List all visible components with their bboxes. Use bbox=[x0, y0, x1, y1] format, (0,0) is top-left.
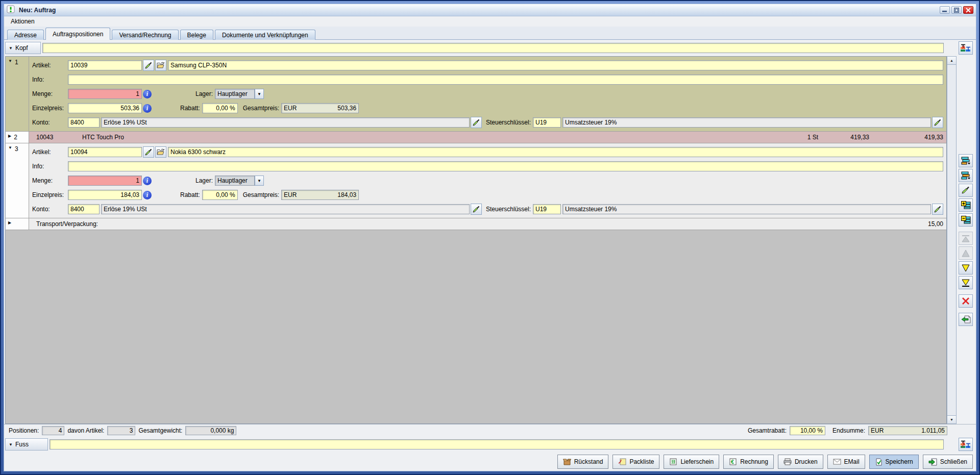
pick-artikel-button[interactable] bbox=[143, 146, 154, 158]
fuss-section-header[interactable]: ▼ Fuss bbox=[5, 438, 48, 451]
menge-field[interactable]: 1 bbox=[68, 176, 142, 186]
email-button[interactable]: EMail bbox=[827, 455, 865, 469]
move-last-icon bbox=[961, 279, 970, 287]
info-field[interactable] bbox=[68, 161, 943, 171]
konto-field[interactable]: 8400 bbox=[68, 204, 100, 214]
schliessen-button[interactable]: Schließen bbox=[923, 455, 973, 469]
position-row-2[interactable]: ▶ 2 10043 HTC Touch Pro 1 St 419,33 419,… bbox=[6, 132, 946, 143]
application-window: Neu: Auftrag Aktionen Adresse Auftragspo… bbox=[4, 4, 976, 471]
scroll-down-button[interactable]: ▼ bbox=[947, 415, 957, 424]
kopf-text-field[interactable] bbox=[42, 43, 944, 53]
tab-auftragspositionen[interactable]: Auftragspositionen bbox=[45, 28, 110, 40]
footer-button-bar: Rückstand Packliste Lieferschein € Rechn… bbox=[4, 453, 976, 471]
close-button[interactable] bbox=[963, 6, 973, 14]
pick-konto-button[interactable] bbox=[471, 117, 482, 128]
einzelpreis-field[interactable]: 184,03 bbox=[68, 190, 142, 200]
revert-button[interactable] bbox=[959, 313, 973, 326]
tab-adresse[interactable]: Adresse bbox=[7, 30, 44, 40]
steuerschluessel-label: Steuerschlüssel: bbox=[486, 206, 531, 213]
move-down-button[interactable] bbox=[959, 261, 973, 274]
kopf-textblocks-button[interactable] bbox=[959, 41, 973, 55]
collapse-triangle-icon[interactable]: ▼ bbox=[8, 59, 12, 63]
pick-steuer-button[interactable] bbox=[932, 204, 943, 215]
artikel-name-field[interactable]: Samsung CLP-350N bbox=[168, 60, 943, 70]
expand-all-button[interactable] bbox=[959, 198, 973, 212]
rueckstand-button[interactable]: Rückstand bbox=[557, 455, 609, 469]
position-row-3[interactable]: ▼ 3 Artikel: 10094 Nokia 6300 schwarz In… bbox=[6, 143, 946, 218]
drucken-button[interactable]: Drucken bbox=[778, 455, 823, 469]
printer-icon bbox=[783, 458, 792, 465]
rabatt-field[interactable]: 0,00 % bbox=[202, 103, 238, 113]
position-3-header[interactable]: ▼ 3 bbox=[6, 143, 29, 218]
fuss-textblocks-button[interactable] bbox=[959, 438, 973, 451]
expand-triangle-icon[interactable]: ▶ bbox=[8, 220, 11, 225]
delete-position-button[interactable] bbox=[959, 294, 973, 308]
menu-aktionen[interactable]: Aktionen bbox=[9, 17, 37, 26]
rechnung-button[interactable]: € Rechnung bbox=[723, 455, 774, 469]
transport-row-header[interactable]: ▶ bbox=[6, 218, 29, 230]
tab-dokumente[interactable]: Dokumente und Verknüpfungen bbox=[215, 30, 315, 40]
info-field[interactable] bbox=[68, 74, 943, 85]
move-last-button[interactable] bbox=[959, 276, 973, 289]
transport-value: 15,00 bbox=[928, 220, 943, 228]
currency-label: EUR bbox=[284, 105, 297, 112]
artikel-nr-field[interactable]: 10094 bbox=[68, 147, 142, 157]
browse-artikel-button[interactable] bbox=[155, 60, 166, 71]
position-2-header[interactable]: ▶ 2 bbox=[6, 132, 29, 143]
pick-position-button[interactable] bbox=[959, 184, 973, 197]
minimize-button[interactable] bbox=[940, 6, 950, 14]
gesamtgewicht-label: Gesamtgewicht: bbox=[138, 427, 182, 434]
pick-artikel-button[interactable] bbox=[143, 60, 154, 71]
menge-field[interactable]: 1 bbox=[68, 89, 142, 99]
scrollbar-thumb[interactable] bbox=[947, 65, 957, 415]
einzelpreis-field[interactable]: 503,36 bbox=[68, 103, 142, 113]
menge-info-button[interactable]: i bbox=[143, 90, 152, 98]
position-row-1[interactable]: ▼ 1 Artikel: 10039 Samsung CLP-350N Info… bbox=[6, 57, 946, 132]
insert-position-after-button[interactable] bbox=[959, 154, 973, 167]
lieferschein-button[interactable]: Lieferschein bbox=[664, 455, 719, 469]
collapse-triangle-icon[interactable]: ▼ bbox=[8, 145, 12, 150]
lager-label: Lager: bbox=[195, 90, 213, 97]
lager-combobox[interactable]: Hauptlager bbox=[215, 89, 255, 99]
menu-bar: Aktionen bbox=[4, 16, 976, 27]
tab-belege[interactable]: Belege bbox=[180, 30, 213, 40]
speichern-button[interactable]: Speichern bbox=[869, 455, 919, 469]
vertical-scrollbar[interactable]: ▲ ▼ bbox=[947, 56, 957, 424]
move-first-button bbox=[959, 232, 973, 245]
artikel-nr-field[interactable]: 10039 bbox=[68, 60, 142, 70]
packliste-button[interactable]: Packliste bbox=[612, 455, 659, 469]
gesamtrabatt-field[interactable]: 10,00 % bbox=[790, 426, 825, 435]
menge-info-button[interactable]: i bbox=[143, 177, 152, 185]
collapse-all-button[interactable] bbox=[959, 213, 973, 227]
transport-label: Transport/Verpackung: bbox=[36, 220, 98, 228]
endsumme-field: EUR 1.011,05 bbox=[868, 426, 947, 435]
rabatt-field[interactable]: 0,00 % bbox=[202, 190, 238, 200]
currency-label: EUR bbox=[284, 191, 297, 198]
tab-versand-rechnung[interactable]: Versand/Rechnung bbox=[112, 30, 178, 40]
kopf-section-header[interactable]: ▼ Kopf bbox=[5, 42, 41, 54]
expand-all-icon bbox=[961, 201, 971, 209]
einzelpreis-info-button[interactable]: i bbox=[143, 104, 152, 113]
lager-combobox[interactable]: Hauptlager bbox=[215, 176, 255, 186]
fuss-text-field[interactable] bbox=[50, 439, 944, 449]
lager-dropdown-button[interactable]: ▼ bbox=[255, 89, 264, 99]
browse-artikel-button[interactable] bbox=[155, 146, 166, 158]
steuerschluessel-field[interactable]: U19 bbox=[533, 117, 561, 128]
artikel-name-field[interactable]: Nokia 6300 schwarz bbox=[168, 147, 943, 157]
lager-label: Lager: bbox=[195, 177, 213, 184]
positions-table: ▼ 1 Artikel: 10039 Samsung CLP-350N Info… bbox=[5, 56, 947, 424]
steuerschluessel-field[interactable]: U19 bbox=[533, 204, 561, 214]
transport-row[interactable]: ▶ Transport/Verpackung: 15,00 bbox=[6, 218, 946, 230]
expand-triangle-icon[interactable]: ▶ bbox=[8, 134, 11, 138]
envelope-icon bbox=[833, 459, 841, 465]
insert-position-before-button[interactable] bbox=[959, 169, 973, 182]
position-1-header[interactable]: ▼ 1 bbox=[6, 57, 29, 131]
rabatt-label: Rabatt: bbox=[180, 191, 200, 198]
scroll-up-button[interactable]: ▲ bbox=[947, 56, 957, 65]
maximize-button[interactable] bbox=[951, 6, 962, 14]
lager-dropdown-button[interactable]: ▼ bbox=[255, 176, 264, 186]
konto-field[interactable]: 8400 bbox=[68, 117, 100, 128]
einzelpreis-info-button[interactable]: i bbox=[143, 191, 152, 199]
pick-konto-button[interactable] bbox=[471, 204, 482, 215]
pick-steuer-button[interactable] bbox=[932, 117, 943, 128]
